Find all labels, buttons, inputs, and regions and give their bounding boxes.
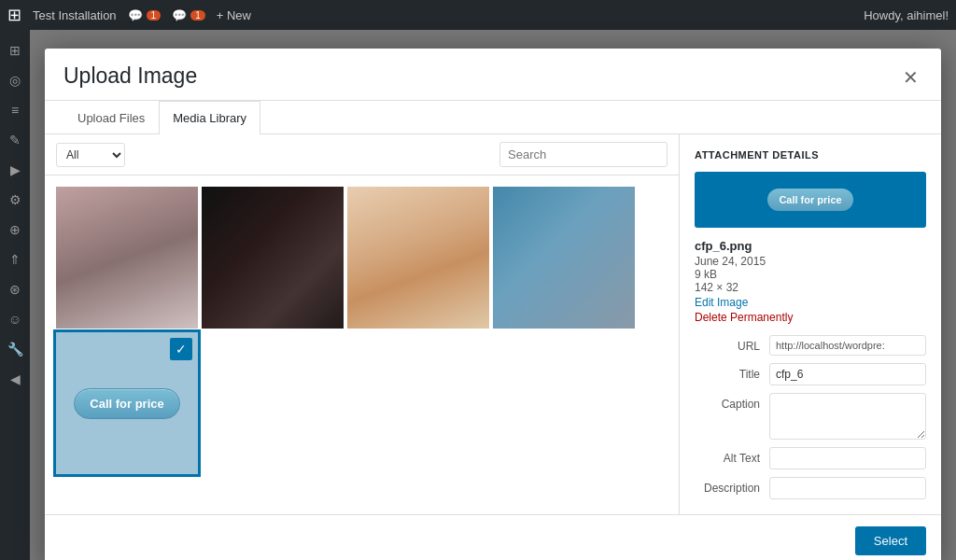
sidebar-icon-dashboard[interactable]: ⊞ [2, 37, 28, 63]
sidebar-icon-settings[interactable]: ⚙ [2, 187, 28, 213]
delete-permanently-link[interactable]: Delete Permanently [695, 311, 926, 324]
attachment-date: June 24, 2015 [695, 255, 926, 268]
site-name[interactable]: Test Installation [33, 8, 117, 22]
title-input[interactable] [769, 363, 926, 385]
sidebar-icon-circle[interactable]: ◎ [2, 67, 28, 93]
attachment-details-panel: ATTACHMENT DETAILS Call for price cfp_6.… [680, 134, 941, 514]
url-label: URL [695, 335, 769, 353]
search-input[interactable] [499, 142, 668, 167]
caption-field-row: Caption [695, 393, 926, 440]
modal-footer: Select [45, 514, 941, 560]
sidebar-icon-upload[interactable]: ⇑ [2, 246, 28, 273]
media-item[interactable] [202, 187, 344, 329]
media-grid: Call for price ✓ [45, 175, 679, 485]
tab-media-library[interactable]: Media Library [159, 101, 260, 134]
alt-text-input[interactable] [769, 447, 926, 469]
sidebar-icon-collapse[interactable]: ◀ [2, 366, 28, 392]
sidebar-icon-users[interactable]: ☺ [2, 306, 28, 332]
modal-header: Upload Image ✕ [45, 49, 941, 101]
media-item[interactable] [493, 187, 635, 329]
user-howdy: Howdy, aihimel! [864, 8, 949, 22]
description-label: Description [695, 477, 769, 495]
attachment-dimensions: 142 × 32 [695, 281, 926, 294]
modal-overlay: Upload Image ✕ Upload Files Media Librar… [30, 30, 956, 560]
tab-upload-files[interactable]: Upload Files [63, 101, 159, 134]
alt-text-field-row: Alt Text [695, 447, 926, 469]
caption-textarea[interactable] [769, 393, 926, 440]
url-input[interactable] [769, 335, 926, 356]
media-item[interactable] [56, 187, 198, 329]
sidebar-icon-tools[interactable]: ⊛ [2, 276, 28, 302]
url-field-row: URL [695, 335, 926, 356]
media-toolbar: All Images Audio Video [45, 134, 679, 175]
comments-menu[interactable]: 💬 1 [128, 8, 162, 22]
sidebar-icon-edit[interactable]: ✎ [2, 127, 28, 153]
select-button[interactable]: Select [855, 526, 926, 555]
alt-text-label: Alt Text [695, 447, 769, 465]
cfp-button-label: Call for price [74, 388, 179, 419]
caption-label: Caption [695, 393, 769, 411]
attachment-preview: Call for price [695, 172, 926, 228]
media-item[interactable] [347, 187, 489, 329]
admin-bar: ⊞ Test Installation 💬 1 💬 1 + New Howdy,… [0, 0, 956, 30]
attachment-details-header: ATTACHMENT DETAILS [695, 149, 926, 161]
sidebar-icon-wrench[interactable]: 🔧 [2, 336, 28, 362]
attachment-info: cfp_6.png June 24, 2015 9 kB 142 × 32 Ed… [695, 239, 926, 324]
title-label: Title [695, 363, 769, 381]
media-filter-select[interactable]: All Images Audio Video [56, 143, 125, 167]
modal-close-button[interactable]: ✕ [899, 68, 922, 87]
description-input[interactable] [769, 477, 926, 499]
modal-tabs: Upload Files Media Library [45, 101, 941, 134]
edit-image-link[interactable]: Edit Image [695, 296, 926, 309]
attachment-preview-label: Call for price [767, 189, 852, 211]
wp-logo-icon: ⊞ [7, 5, 21, 25]
media-left-panel: All Images Audio Video [45, 134, 680, 514]
admin-sidebar: ⊞ ◎ ≡ ✎ ▶ ⚙ ⊕ ⇑ ⊛ ☺ 🔧 ◀ [0, 30, 30, 560]
notifications-menu[interactable]: 💬 1 [172, 8, 205, 22]
modal-title: Upload Image [63, 63, 197, 100]
new-content-menu[interactable]: + New [217, 8, 251, 22]
description-field-row: Description [695, 477, 926, 499]
media-item-selected[interactable]: Call for price ✓ [56, 332, 198, 474]
modal-body: All Images Audio Video [45, 134, 941, 514]
sidebar-icon-media[interactable]: ▶ [2, 157, 28, 183]
selected-checkmark: ✓ [170, 338, 192, 360]
attachment-filename: cfp_6.png [695, 239, 926, 253]
sidebar-icon-posts[interactable]: ≡ [2, 97, 28, 123]
attachment-size: 9 kB [695, 268, 926, 281]
title-field-row: Title [695, 363, 926, 385]
upload-image-modal: Upload Image ✕ Upload Files Media Librar… [45, 49, 941, 560]
sidebar-icon-plus[interactable]: ⊕ [2, 217, 28, 243]
